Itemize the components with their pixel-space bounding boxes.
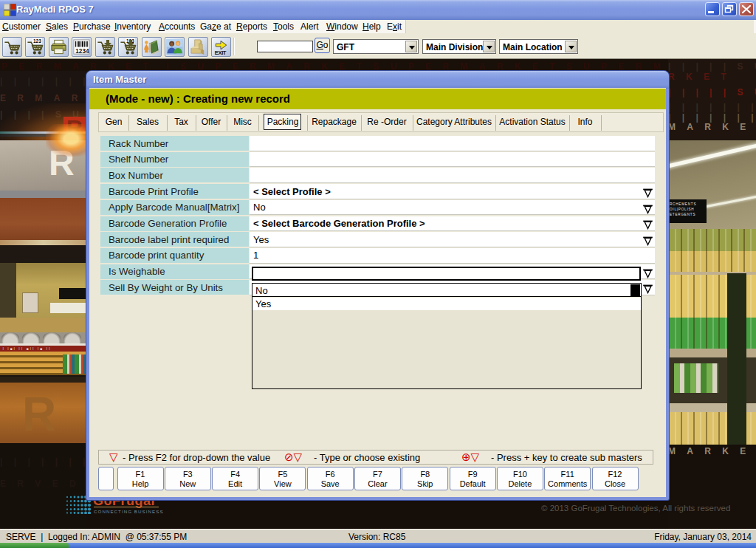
svg-text:EXIT: EXIT (215, 49, 227, 55)
svg-text:1234: 1234 (75, 47, 89, 54)
